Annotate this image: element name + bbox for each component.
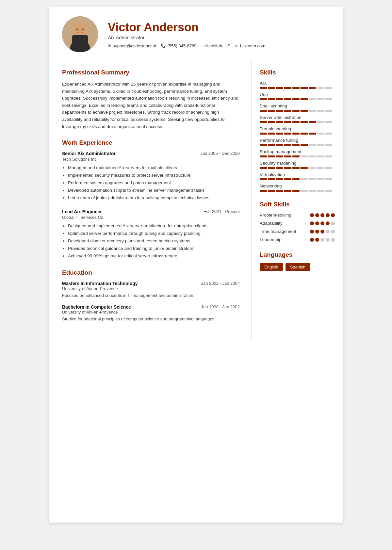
skill-segment-filled bbox=[284, 167, 291, 169]
skill-segment-empty bbox=[317, 121, 324, 123]
edu-school: University of Aix-en-Provence bbox=[62, 310, 240, 315]
skill-segment-filled bbox=[284, 87, 291, 89]
email-contact: ✉ support@cvdesigner.ai bbox=[108, 43, 156, 48]
work-experience-section: Work Experience Senior Aix Administrator… bbox=[62, 139, 240, 260]
linkedin-icon: in bbox=[235, 43, 238, 48]
skill-segment-filled bbox=[292, 167, 300, 169]
job-bullets: Designed and implemented Aix server arch… bbox=[62, 222, 240, 260]
edu-degree: Bachelors in Computer Science bbox=[62, 304, 131, 310]
skill-segment-filled bbox=[284, 98, 291, 100]
skill-name: Security hardening bbox=[260, 161, 335, 166]
skill-segment-filled bbox=[284, 121, 291, 123]
skill-name: Backup management bbox=[260, 149, 335, 154]
soft-skill-item: Problem-solving bbox=[260, 213, 335, 218]
bullet: Led a team of junior administrators in r… bbox=[68, 194, 240, 202]
edu-date: Jan 2002 - Jan 2004 bbox=[201, 281, 240, 286]
languages-title: Languages bbox=[260, 251, 335, 258]
skill-segment-filled bbox=[309, 133, 316, 135]
skill-segment-filled bbox=[292, 144, 300, 146]
bullet: Provided technical guidance and training… bbox=[68, 245, 240, 252]
dot-filled bbox=[310, 238, 314, 242]
header-info: Victor Anderson Aix Administrator ✉ supp… bbox=[108, 20, 330, 48]
skill-segment-empty bbox=[317, 98, 324, 100]
skill-segment-filled bbox=[260, 178, 267, 180]
email-icon: ✉ bbox=[108, 43, 111, 48]
skill-name: AIX bbox=[260, 81, 335, 86]
header-section: Victor Anderson Aix Administrator ✉ supp… bbox=[49, 7, 343, 59]
soft-skill-dots bbox=[310, 213, 335, 217]
skill-segment-filled bbox=[276, 167, 283, 169]
skill-segment-filled bbox=[301, 87, 308, 89]
skill-segment-empty bbox=[325, 155, 332, 157]
soft-skill-dots bbox=[310, 221, 335, 225]
skill-name: Server administration bbox=[260, 115, 335, 120]
skill-segment-filled bbox=[276, 87, 283, 89]
skill-segment-empty bbox=[309, 178, 316, 180]
skill-segment-empty bbox=[309, 110, 316, 112]
dot-filled bbox=[315, 221, 319, 225]
main-content: Professional Summary Experienced Aix Adm… bbox=[49, 59, 343, 341]
bullet: Implemented security measures to protect… bbox=[68, 172, 240, 179]
edu-desc: Focused on advanced concepts in IT manag… bbox=[62, 292, 240, 299]
soft-skills-list: Problem-solvingAdaptabilityTime manageme… bbox=[260, 213, 335, 242]
skill-segment-filled bbox=[260, 155, 267, 157]
dot-filled bbox=[315, 230, 319, 234]
dot-empty bbox=[331, 230, 335, 234]
skill-segment-empty bbox=[317, 144, 324, 146]
skill-item: Networking bbox=[260, 184, 335, 192]
skill-segment-filled bbox=[268, 144, 275, 146]
dot-filled bbox=[320, 230, 324, 234]
skill-segment-filled bbox=[268, 133, 275, 135]
skill-segment-filled bbox=[260, 144, 267, 146]
skill-segment-filled bbox=[276, 155, 283, 157]
skill-bar bbox=[260, 144, 335, 146]
skill-segment-filled bbox=[292, 133, 300, 135]
skill-segment-empty bbox=[301, 155, 308, 157]
dot-empty bbox=[320, 238, 324, 242]
skill-segment-filled bbox=[292, 155, 300, 157]
skill-item: Virtualization bbox=[260, 172, 335, 180]
job-item: Senior Aix Administrator Jan 2005 - Dec … bbox=[62, 151, 240, 202]
phone-value: (555) 345-6789 bbox=[167, 43, 196, 48]
skill-segment-filled bbox=[268, 190, 275, 192]
dot-filled bbox=[310, 213, 314, 217]
skill-bar bbox=[260, 133, 335, 135]
skill-segment-filled bbox=[292, 110, 300, 112]
dot-filled bbox=[320, 213, 324, 217]
skill-segment-empty bbox=[325, 87, 332, 89]
skill-name: Networking bbox=[260, 184, 335, 188]
summary-section: Professional Summary Experienced Aix Adm… bbox=[62, 69, 240, 130]
skill-segment-filled bbox=[284, 155, 291, 157]
skill-bar bbox=[260, 178, 335, 180]
skill-item: AIX bbox=[260, 81, 335, 89]
skill-segment-empty bbox=[317, 87, 324, 89]
skill-item: Shell scripting bbox=[260, 104, 335, 112]
skill-segment-empty bbox=[325, 167, 332, 169]
skill-segment-empty bbox=[325, 121, 332, 123]
skill-segment-filled bbox=[292, 121, 300, 123]
linkedin-contact: in LinkedIn.com bbox=[235, 43, 265, 48]
bullet: Managed and maintained Aix servers for m… bbox=[68, 164, 240, 172]
edu-school: University of Aix-en-Provence bbox=[62, 286, 240, 291]
soft-skill-name: Adaptability bbox=[260, 221, 283, 226]
dot-filled bbox=[326, 213, 330, 217]
languages-section: Languages EnglishSpanish bbox=[260, 251, 335, 271]
skill-segment-filled bbox=[309, 87, 316, 89]
soft-skill-name: Problem-solving bbox=[260, 213, 291, 218]
skill-segment-filled bbox=[284, 144, 291, 146]
skill-segment-empty bbox=[309, 155, 316, 157]
skill-segment-filled bbox=[268, 155, 275, 157]
soft-skill-name: Leadership bbox=[260, 237, 282, 242]
skill-segment-filled bbox=[301, 121, 308, 123]
skill-segment-filled bbox=[268, 110, 275, 112]
skill-segment-empty bbox=[317, 155, 324, 157]
job-item: Lead Aix Engineer Feb 2021 - Present Glo… bbox=[62, 209, 240, 260]
skill-segment-filled bbox=[276, 110, 283, 112]
summary-title: Professional Summary bbox=[62, 69, 240, 76]
skill-segment-filled bbox=[284, 110, 291, 112]
candidate-title: Aix Administrator bbox=[108, 35, 330, 40]
skill-bar bbox=[260, 98, 335, 100]
skill-segment-empty bbox=[325, 110, 332, 112]
skill-segment-filled bbox=[268, 178, 275, 180]
job-header: Senior Aix Administrator Jan 2005 - Dec … bbox=[62, 151, 240, 156]
